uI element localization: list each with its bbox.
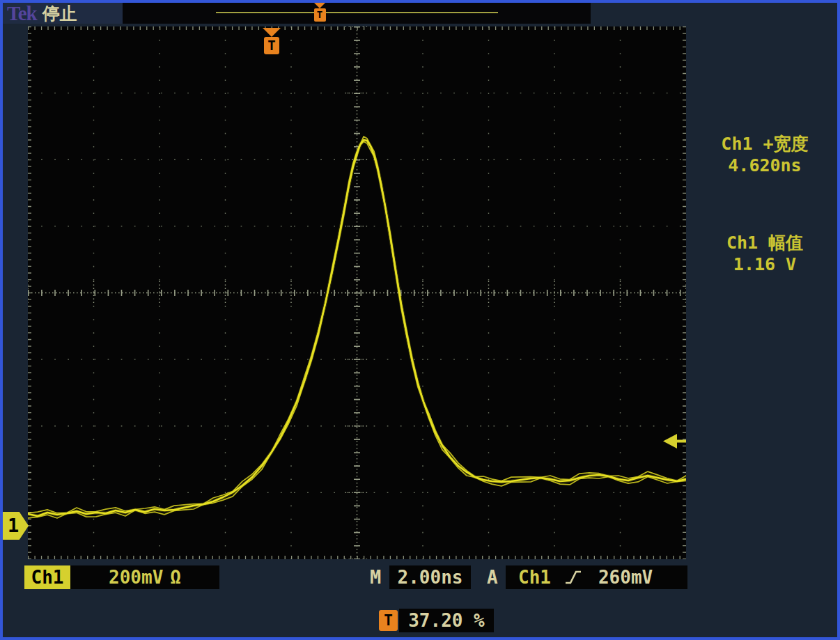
triangle-down-icon	[314, 3, 325, 8]
graticule: T	[28, 26, 686, 559]
channel1-marker-label: 1	[8, 515, 19, 536]
oscilloscope-screen: Tek 停止 T T 1 Ch1 +宽度 4.620ns Ch1 幅值 1.1	[0, 0, 840, 640]
channel1-ground-marker[interactable]: 1	[1, 512, 29, 540]
rising-edge-icon	[565, 570, 582, 585]
vertical-scale: 200mV	[109, 567, 163, 588]
trigger-t-icon: T	[264, 37, 279, 54]
trigger-t-icon: T	[379, 610, 398, 631]
channel1-scale-readout[interactable]: 200mVΩ	[70, 565, 219, 589]
acquisition-status: 停止	[42, 2, 77, 25]
timebase-label: M	[370, 565, 381, 589]
timebase-readout[interactable]: 2.00ns	[389, 565, 471, 589]
datetime: 10 1月 2019 03:53:58	[697, 593, 839, 640]
measurement-label: Ch1 幅值	[693, 232, 837, 253]
trigger-readout[interactable]: Ch1 260mV	[506, 565, 687, 589]
header: Tek 停止	[3, 3, 123, 24]
record-view-line	[216, 12, 498, 13]
tek-logo: Tek	[7, 2, 37, 25]
trigger-position-marker[interactable]: T	[263, 28, 281, 54]
trigger-t-icon: T	[314, 8, 326, 22]
measurement-ch1-width: Ch1 +宽度 4.620ns	[693, 133, 837, 176]
record-view-bar: T	[123, 3, 591, 24]
ch1-waveform-trace	[28, 26, 686, 559]
trigger-label: A	[487, 565, 498, 589]
measurement-ch1-amplitude: Ch1 幅值 1.16 V	[693, 232, 837, 275]
trigger-source: Ch1	[518, 567, 551, 588]
triangle-down-icon	[263, 28, 281, 37]
measurement-value: 1.16 V	[693, 253, 837, 275]
channel1-badge[interactable]: Ch1	[24, 565, 70, 589]
measurement-label: Ch1 +宽度	[693, 133, 837, 155]
date-text: 10 1月 2019	[697, 635, 839, 640]
impedance-omega-icon: Ω	[170, 567, 181, 588]
trigger-position-marker-small[interactable]: T	[313, 3, 326, 22]
measurement-value: 4.620ns	[693, 155, 837, 176]
trigger-position-readout[interactable]: 37.20 %	[399, 609, 494, 632]
trigger-level-arrow-icon[interactable]	[663, 432, 686, 450]
trigger-level: 260mV	[598, 567, 653, 588]
